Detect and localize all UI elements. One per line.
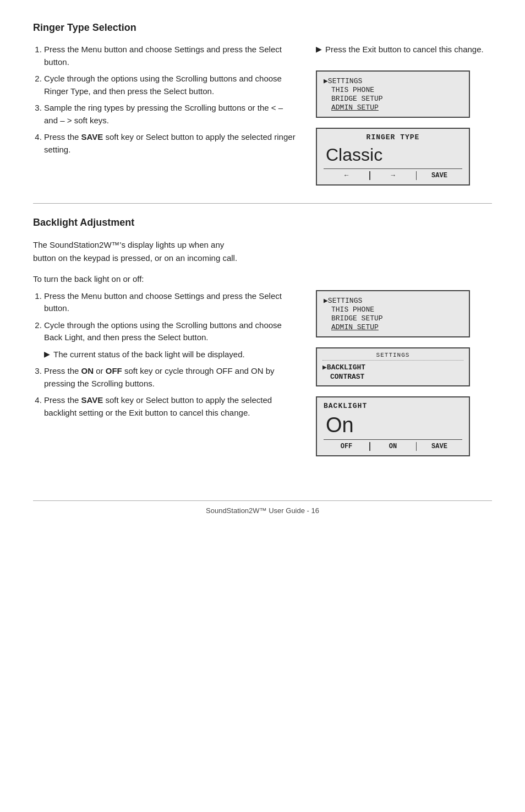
ringer-menu-display: ▶SETTINGS THIS PHONE BRIDGE SETUP ADMIN … bbox=[316, 70, 470, 118]
backlight-title: BACKLIGHT bbox=[324, 402, 462, 410]
ringer-step3-suffix: soft keys. bbox=[74, 116, 109, 125]
backlight-steps-list2: Press the ON or OFF soft key or cycle th… bbox=[44, 365, 298, 419]
ringer-section-title: Ringer Type Selection bbox=[33, 22, 492, 34]
ringer-type-display: RINGER TYPE Classic ← → SAVE bbox=[316, 128, 470, 186]
backlight-step-1: Press the Menu button and choose Setting… bbox=[44, 290, 298, 315]
backlight-softkey-off: OFF bbox=[324, 443, 369, 450]
backlight-menu-row-2: BRIDGE SETUP bbox=[324, 314, 462, 323]
ringer-classic-value: Classic bbox=[324, 145, 462, 165]
section-divider bbox=[33, 203, 492, 204]
backlight-right-col: ▶SETTINGS THIS PHONE BRIDGE SETUP ADMIN … bbox=[316, 290, 492, 456]
ringer-softkey-bar: ← → SAVE bbox=[324, 168, 462, 180]
backlight-bullet-text: The current status of the back light wil… bbox=[53, 348, 245, 361]
backlight-sub-row-0: ▶BACKLIGHT bbox=[322, 363, 463, 372]
backlight-on-key: ON bbox=[81, 366, 94, 375]
ringer-left-col: Press the Menu button and choose Setting… bbox=[33, 43, 298, 160]
backlight-left-col: Press the Menu button and choose Setting… bbox=[33, 290, 298, 424]
footer-divider bbox=[33, 500, 492, 501]
footer-area: SoundStation2W™ User Guide - 16 bbox=[33, 500, 492, 515]
backlight-value-display: BACKLIGHT On OFF ON SAVE bbox=[316, 396, 470, 456]
ringer-menu-row-1: THIS PHONE bbox=[324, 86, 462, 94]
ringer-bullet-arrow: ▶ bbox=[316, 45, 322, 53]
ringer-step-1: Press the Menu button and choose Setting… bbox=[44, 43, 298, 68]
page-footer: SoundStation2W™ User Guide - 16 bbox=[33, 506, 492, 515]
backlight-menu-row-1: THIS PHONE bbox=[324, 306, 462, 314]
backlight-section: Backlight Adjustment The SoundStation2W™… bbox=[33, 217, 492, 456]
ringer-menu-row-2: BRIDGE SETUP bbox=[324, 95, 462, 103]
backlight-softkey-bar: OFF ON SAVE bbox=[324, 439, 462, 451]
backlight-save-key: SAVE bbox=[81, 395, 103, 405]
ringer-step-2: Cycle through the options using the Scro… bbox=[44, 73, 298, 97]
backlight-step-4: Press the SAVE soft key or Select button… bbox=[44, 394, 298, 419]
backlight-softkey-save: SAVE bbox=[417, 443, 462, 450]
ringer-bullet-text: Press the Exit button to cancel this cha… bbox=[325, 43, 484, 56]
ringer-type-title: RINGER TYPE bbox=[324, 133, 462, 141]
ringer-step-3: Sample the ring types by pressing the Sc… bbox=[44, 102, 298, 127]
backlight-softkey-on: ON bbox=[370, 443, 416, 450]
ringer-softkey-right: → bbox=[370, 172, 416, 179]
ringer-right-col: ▶ Press the Exit button to cancel this c… bbox=[316, 43, 492, 186]
backlight-sub-row-1: CONTRAST bbox=[322, 373, 463, 381]
backlight-menu-display: ▶SETTINGS THIS PHONE BRIDGE SETUP ADMIN … bbox=[316, 290, 470, 337]
ringer-type-section: Ringer Type Selection Press the Menu but… bbox=[33, 22, 492, 186]
backlight-bullet-1: ▶ The current status of the back light w… bbox=[44, 348, 298, 361]
backlight-content: Press the Menu button and choose Setting… bbox=[33, 290, 492, 456]
backlight-steps-list: Press the Menu button and choose Setting… bbox=[44, 290, 298, 344]
ringer-steps-list: Press the Menu button and choose Setting… bbox=[44, 43, 298, 156]
ringer-content: Press the Menu button and choose Setting… bbox=[33, 43, 492, 186]
backlight-on-value: On bbox=[324, 413, 462, 437]
backlight-sub-title: SETTINGS bbox=[322, 352, 463, 361]
ringer-save-key: SAVE bbox=[81, 132, 103, 141]
backlight-step-3: Press the ON or OFF soft key or cycle th… bbox=[44, 365, 298, 390]
backlight-step-2: Cycle through the options using the Scro… bbox=[44, 319, 298, 344]
backlight-intro2: To turn the back light on or off: bbox=[33, 273, 492, 286]
ringer-step-4: Press the SAVE soft key or Select button… bbox=[44, 131, 298, 156]
ringer-bullet-1: ▶ Press the Exit button to cancel this c… bbox=[316, 43, 492, 56]
ringer-menu-row-3: ADMIN SETUP bbox=[324, 103, 462, 112]
backlight-section-title: Backlight Adjustment bbox=[33, 217, 492, 228]
backlight-off-key: OFF bbox=[106, 366, 122, 375]
ringer-softkey-save: SAVE bbox=[417, 172, 462, 179]
backlight-sub-display: SETTINGS ▶BACKLIGHT CONTRAST bbox=[316, 347, 470, 386]
backlight-menu-row-3: ADMIN SETUP bbox=[324, 323, 462, 331]
backlight-bullet-arrow: ▶ bbox=[44, 350, 50, 358]
ringer-menu-row-0: ▶SETTINGS bbox=[324, 77, 462, 85]
ringer-softkey-left: ← bbox=[324, 172, 369, 179]
backlight-intro: The SoundStation2W™'s display lights up … bbox=[33, 238, 492, 265]
backlight-menu-row-0: ▶SETTINGS bbox=[324, 296, 462, 305]
